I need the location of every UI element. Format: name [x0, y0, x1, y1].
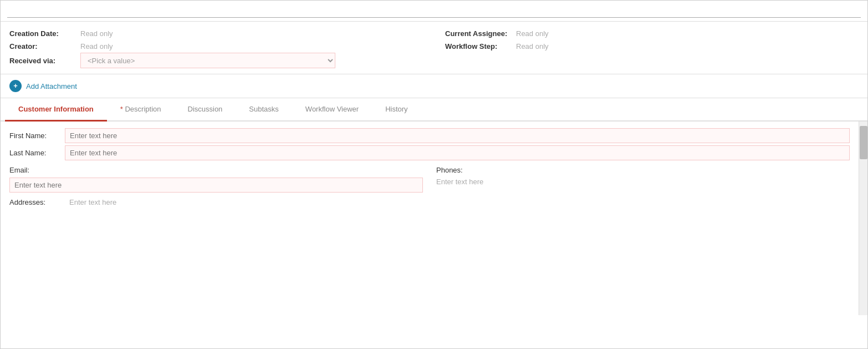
- creation-date-row: Creation Date: Read only: [9, 29, 423, 38]
- workflow-step-row: Workflow Step: Read only: [445, 42, 859, 50]
- phones-label: Phones:: [436, 166, 850, 174]
- attachment-icon: +: [9, 80, 22, 92]
- addresses-label: Addresses:: [9, 198, 65, 206]
- title-input[interactable]: [7, 4, 861, 18]
- email-input[interactable]: [9, 178, 423, 193]
- received-via-label: Received via:: [9, 57, 76, 65]
- current-assignee-row: Current Assignee: Read only: [445, 29, 859, 38]
- meta-section: Creation Date: Read only Creator: Read o…: [1, 22, 867, 74]
- attachment-section: + Add Attachment: [1, 74, 867, 98]
- meta-right: Current Assignee: Read only Workflow Ste…: [445, 29, 859, 68]
- add-attachment-link[interactable]: Add Attachment: [26, 82, 77, 90]
- tab-description[interactable]: Description: [107, 98, 175, 122]
- creation-date-value: Read only: [80, 29, 113, 38]
- scrollbar-thumb[interactable]: [860, 126, 867, 159]
- last-name-label: Last Name:: [9, 145, 65, 160]
- phones-value: Enter text here: [436, 178, 850, 186]
- first-name-row: First Name:: [9, 128, 850, 143]
- last-name-input[interactable]: [65, 145, 850, 160]
- first-name-label: First Name:: [9, 128, 65, 143]
- received-via-select[interactable]: <Pick a value>: [80, 53, 335, 68]
- current-assignee-value: Read only: [516, 29, 549, 38]
- email-group: Email:: [9, 166, 423, 193]
- tabs-bar: Customer Information Description Discuss…: [1, 98, 867, 122]
- last-name-row: Last Name:: [9, 145, 850, 160]
- email-phones-section: Email: Phones: Enter text here: [9, 166, 850, 193]
- creator-row: Creator: Read only: [9, 42, 423, 50]
- creation-date-label: Creation Date:: [9, 29, 76, 38]
- addresses-row: Addresses: Enter text here: [9, 198, 850, 206]
- tab-subtasks[interactable]: Subtasks: [236, 98, 292, 122]
- email-label: Email:: [9, 166, 423, 174]
- received-via-row: Received via: <Pick a value>: [9, 53, 423, 68]
- paperclip-icon: +: [11, 82, 20, 90]
- title-section: [1, 1, 867, 22]
- creator-value: Read only: [80, 42, 113, 50]
- workflow-step-value: Read only: [516, 42, 549, 50]
- addresses-value: Enter text here: [69, 198, 116, 206]
- creator-label: Creator:: [9, 42, 76, 50]
- meta-left: Creation Date: Read only Creator: Read o…: [9, 29, 423, 68]
- tab-customer-information[interactable]: Customer Information: [5, 98, 107, 122]
- scrollbar[interactable]: [859, 122, 867, 315]
- tab-content: First Name: Last Name: Email: Phones: E: [1, 122, 867, 315]
- workflow-step-label: Workflow Step:: [445, 42, 512, 50]
- customer-form: First Name: Last Name: Email: Phones: E: [1, 122, 859, 315]
- phones-group: Phones: Enter text here: [436, 166, 850, 193]
- tab-discussion[interactable]: Discussion: [175, 98, 236, 122]
- tab-history[interactable]: History: [372, 98, 421, 122]
- tab-workflow-viewer[interactable]: Workflow Viewer: [292, 98, 372, 122]
- page-wrapper: Creation Date: Read only Creator: Read o…: [0, 0, 868, 349]
- current-assignee-label: Current Assignee:: [445, 29, 512, 38]
- first-name-input[interactable]: [65, 128, 850, 143]
- svg-text:+: +: [13, 82, 18, 90]
